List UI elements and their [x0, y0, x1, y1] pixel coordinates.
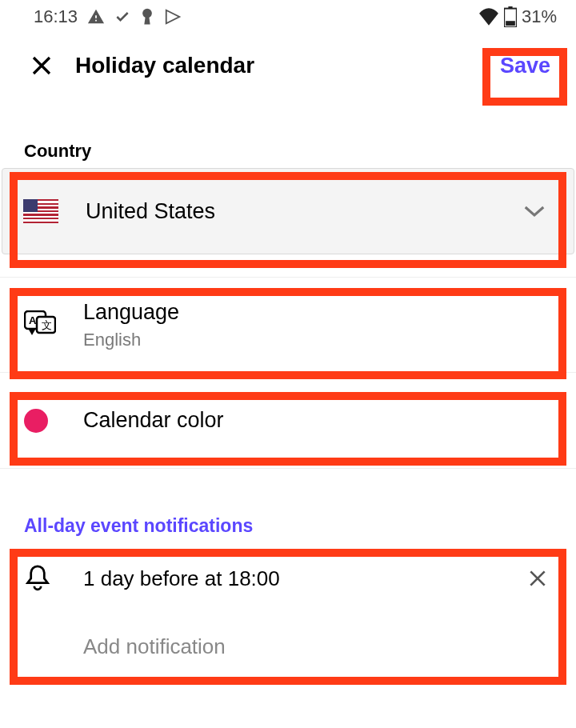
svg-text:文: 文	[42, 319, 52, 331]
calendar-color-row[interactable]: Calendar color	[0, 373, 576, 469]
country-label: Country	[0, 98, 576, 168]
calendar-color-title: Calendar color	[83, 408, 224, 433]
app-bar: Holiday calendar Save	[0, 34, 576, 98]
check-icon	[114, 9, 130, 25]
svg-text:A: A	[29, 314, 37, 326]
svg-rect-2	[508, 6, 512, 9]
country-selector[interactable]: United States	[2, 168, 574, 254]
close-button[interactable]	[24, 48, 59, 83]
flag-icon	[23, 199, 58, 223]
language-row[interactable]: A文 Language English	[0, 277, 576, 373]
warning-icon	[87, 8, 105, 26]
add-notification-button[interactable]: Add notification	[83, 634, 552, 659]
remove-notification-button[interactable]	[523, 564, 552, 593]
close-icon	[527, 568, 548, 589]
battery-icon	[504, 6, 517, 27]
play-icon	[164, 8, 182, 26]
page-title: Holiday calendar	[75, 53, 489, 78]
status-right: 31%	[478, 6, 557, 27]
close-icon	[30, 54, 54, 78]
language-title: Language	[83, 300, 179, 325]
status-time: 16:13	[34, 6, 78, 27]
language-value: English	[83, 330, 179, 350]
translate-icon: A文	[24, 310, 59, 339]
notification-row[interactable]: 1 day before at 18:00	[24, 553, 552, 604]
svg-rect-3	[506, 21, 515, 26]
save-button[interactable]: Save	[489, 46, 562, 86]
wifi-icon	[478, 8, 499, 26]
status-bar: 16:13 31%	[0, 0, 576, 34]
notification-label: 1 day before at 18:00	[83, 566, 523, 591]
color-dot-icon	[24, 409, 48, 433]
status-left: 16:13	[34, 6, 182, 27]
country-value: United States	[86, 199, 522, 224]
battery-percent: 31%	[522, 6, 557, 27]
bell-icon	[24, 564, 59, 593]
notifications-header: All-day event notifications	[0, 469, 576, 553]
chevron-down-icon	[522, 204, 546, 218]
keyhole-icon	[140, 8, 154, 26]
